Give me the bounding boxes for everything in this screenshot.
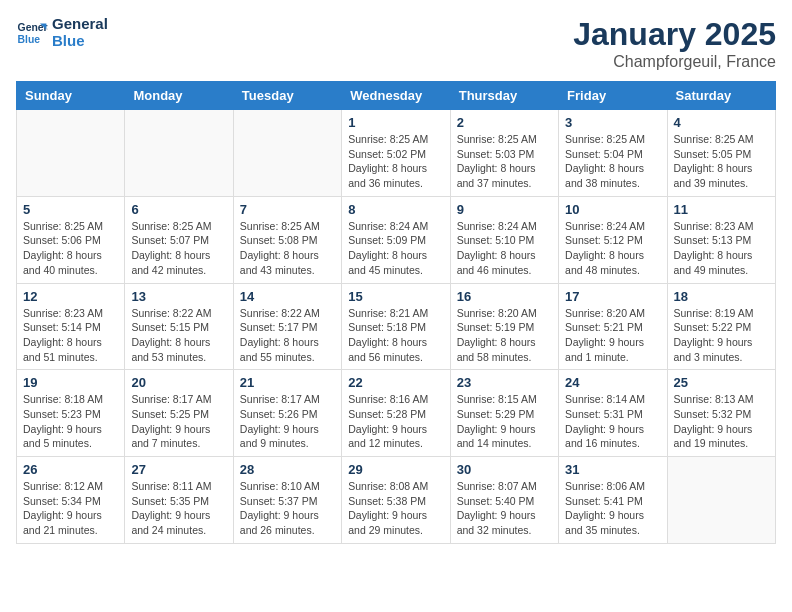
- day-cell-15: 15Sunrise: 8:21 AM Sunset: 5:18 PM Dayli…: [342, 283, 450, 370]
- day-info: Sunrise: 8:25 AM Sunset: 5:07 PM Dayligh…: [131, 219, 226, 278]
- day-cell-12: 12Sunrise: 8:23 AM Sunset: 5:14 PM Dayli…: [17, 283, 125, 370]
- day-info: Sunrise: 8:08 AM Sunset: 5:38 PM Dayligh…: [348, 479, 443, 538]
- day-cell-9: 9Sunrise: 8:24 AM Sunset: 5:10 PM Daylig…: [450, 196, 558, 283]
- day-number: 14: [240, 289, 335, 304]
- day-number: 17: [565, 289, 660, 304]
- page-header: General Blue General Blue January 2025 C…: [16, 16, 776, 71]
- day-number: 16: [457, 289, 552, 304]
- month-title: January 2025: [573, 16, 776, 53]
- day-info: Sunrise: 8:18 AM Sunset: 5:23 PM Dayligh…: [23, 392, 118, 451]
- day-cell-28: 28Sunrise: 8:10 AM Sunset: 5:37 PM Dayli…: [233, 457, 341, 544]
- day-cell-3: 3Sunrise: 8:25 AM Sunset: 5:04 PM Daylig…: [559, 110, 667, 197]
- day-number: 4: [674, 115, 769, 130]
- day-info: Sunrise: 8:24 AM Sunset: 5:10 PM Dayligh…: [457, 219, 552, 278]
- empty-cell: [125, 110, 233, 197]
- day-cell-25: 25Sunrise: 8:13 AM Sunset: 5:32 PM Dayli…: [667, 370, 775, 457]
- day-info: Sunrise: 8:20 AM Sunset: 5:19 PM Dayligh…: [457, 306, 552, 365]
- day-cell-7: 7Sunrise: 8:25 AM Sunset: 5:08 PM Daylig…: [233, 196, 341, 283]
- day-number: 1: [348, 115, 443, 130]
- day-number: 10: [565, 202, 660, 217]
- day-number: 30: [457, 462, 552, 477]
- day-cell-6: 6Sunrise: 8:25 AM Sunset: 5:07 PM Daylig…: [125, 196, 233, 283]
- day-cell-17: 17Sunrise: 8:20 AM Sunset: 5:21 PM Dayli…: [559, 283, 667, 370]
- week-row-5: 26Sunrise: 8:12 AM Sunset: 5:34 PM Dayli…: [17, 457, 776, 544]
- title-block: January 2025 Champforgeuil, France: [573, 16, 776, 71]
- day-cell-19: 19Sunrise: 8:18 AM Sunset: 5:23 PM Dayli…: [17, 370, 125, 457]
- weekday-header-wednesday: Wednesday: [342, 82, 450, 110]
- day-cell-21: 21Sunrise: 8:17 AM Sunset: 5:26 PM Dayli…: [233, 370, 341, 457]
- day-cell-18: 18Sunrise: 8:19 AM Sunset: 5:22 PM Dayli…: [667, 283, 775, 370]
- week-row-2: 5Sunrise: 8:25 AM Sunset: 5:06 PM Daylig…: [17, 196, 776, 283]
- logo: General Blue General Blue: [16, 16, 108, 49]
- day-cell-10: 10Sunrise: 8:24 AM Sunset: 5:12 PM Dayli…: [559, 196, 667, 283]
- day-info: Sunrise: 8:07 AM Sunset: 5:40 PM Dayligh…: [457, 479, 552, 538]
- day-info: Sunrise: 8:22 AM Sunset: 5:15 PM Dayligh…: [131, 306, 226, 365]
- weekday-header-saturday: Saturday: [667, 82, 775, 110]
- day-cell-13: 13Sunrise: 8:22 AM Sunset: 5:15 PM Dayli…: [125, 283, 233, 370]
- day-number: 24: [565, 375, 660, 390]
- day-info: Sunrise: 8:20 AM Sunset: 5:21 PM Dayligh…: [565, 306, 660, 365]
- day-number: 31: [565, 462, 660, 477]
- day-number: 19: [23, 375, 118, 390]
- empty-cell: [667, 457, 775, 544]
- day-info: Sunrise: 8:25 AM Sunset: 5:02 PM Dayligh…: [348, 132, 443, 191]
- day-number: 18: [674, 289, 769, 304]
- day-number: 6: [131, 202, 226, 217]
- day-info: Sunrise: 8:25 AM Sunset: 5:03 PM Dayligh…: [457, 132, 552, 191]
- logo-icon: General Blue: [16, 17, 48, 49]
- day-info: Sunrise: 8:23 AM Sunset: 5:13 PM Dayligh…: [674, 219, 769, 278]
- day-number: 28: [240, 462, 335, 477]
- day-number: 23: [457, 375, 552, 390]
- weekday-header-friday: Friday: [559, 82, 667, 110]
- day-number: 8: [348, 202, 443, 217]
- weekday-header-monday: Monday: [125, 82, 233, 110]
- day-info: Sunrise: 8:25 AM Sunset: 5:06 PM Dayligh…: [23, 219, 118, 278]
- day-info: Sunrise: 8:14 AM Sunset: 5:31 PM Dayligh…: [565, 392, 660, 451]
- day-info: Sunrise: 8:17 AM Sunset: 5:26 PM Dayligh…: [240, 392, 335, 451]
- day-cell-24: 24Sunrise: 8:14 AM Sunset: 5:31 PM Dayli…: [559, 370, 667, 457]
- day-cell-5: 5Sunrise: 8:25 AM Sunset: 5:06 PM Daylig…: [17, 196, 125, 283]
- calendar-table: SundayMondayTuesdayWednesdayThursdayFrid…: [16, 81, 776, 544]
- weekday-header-tuesday: Tuesday: [233, 82, 341, 110]
- day-number: 12: [23, 289, 118, 304]
- weekday-header-sunday: Sunday: [17, 82, 125, 110]
- day-info: Sunrise: 8:23 AM Sunset: 5:14 PM Dayligh…: [23, 306, 118, 365]
- day-number: 22: [348, 375, 443, 390]
- day-number: 25: [674, 375, 769, 390]
- empty-cell: [233, 110, 341, 197]
- day-info: Sunrise: 8:25 AM Sunset: 5:05 PM Dayligh…: [674, 132, 769, 191]
- day-cell-23: 23Sunrise: 8:15 AM Sunset: 5:29 PM Dayli…: [450, 370, 558, 457]
- day-cell-27: 27Sunrise: 8:11 AM Sunset: 5:35 PM Dayli…: [125, 457, 233, 544]
- day-number: 2: [457, 115, 552, 130]
- day-number: 11: [674, 202, 769, 217]
- location-title: Champforgeuil, France: [573, 53, 776, 71]
- day-number: 3: [565, 115, 660, 130]
- logo-text-blue: Blue: [52, 33, 108, 50]
- day-info: Sunrise: 8:13 AM Sunset: 5:32 PM Dayligh…: [674, 392, 769, 451]
- day-number: 29: [348, 462, 443, 477]
- day-cell-16: 16Sunrise: 8:20 AM Sunset: 5:19 PM Dayli…: [450, 283, 558, 370]
- day-info: Sunrise: 8:24 AM Sunset: 5:09 PM Dayligh…: [348, 219, 443, 278]
- day-number: 7: [240, 202, 335, 217]
- day-cell-11: 11Sunrise: 8:23 AM Sunset: 5:13 PM Dayli…: [667, 196, 775, 283]
- day-cell-20: 20Sunrise: 8:17 AM Sunset: 5:25 PM Dayli…: [125, 370, 233, 457]
- logo-text-general: General: [52, 16, 108, 33]
- day-cell-14: 14Sunrise: 8:22 AM Sunset: 5:17 PM Dayli…: [233, 283, 341, 370]
- day-info: Sunrise: 8:11 AM Sunset: 5:35 PM Dayligh…: [131, 479, 226, 538]
- day-cell-29: 29Sunrise: 8:08 AM Sunset: 5:38 PM Dayli…: [342, 457, 450, 544]
- day-number: 21: [240, 375, 335, 390]
- day-number: 9: [457, 202, 552, 217]
- day-info: Sunrise: 8:21 AM Sunset: 5:18 PM Dayligh…: [348, 306, 443, 365]
- day-number: 5: [23, 202, 118, 217]
- week-row-1: 1Sunrise: 8:25 AM Sunset: 5:02 PM Daylig…: [17, 110, 776, 197]
- weekday-header-thursday: Thursday: [450, 82, 558, 110]
- day-info: Sunrise: 8:15 AM Sunset: 5:29 PM Dayligh…: [457, 392, 552, 451]
- day-cell-22: 22Sunrise: 8:16 AM Sunset: 5:28 PM Dayli…: [342, 370, 450, 457]
- day-info: Sunrise: 8:06 AM Sunset: 5:41 PM Dayligh…: [565, 479, 660, 538]
- day-info: Sunrise: 8:12 AM Sunset: 5:34 PM Dayligh…: [23, 479, 118, 538]
- day-number: 13: [131, 289, 226, 304]
- day-cell-8: 8Sunrise: 8:24 AM Sunset: 5:09 PM Daylig…: [342, 196, 450, 283]
- day-info: Sunrise: 8:10 AM Sunset: 5:37 PM Dayligh…: [240, 479, 335, 538]
- day-info: Sunrise: 8:25 AM Sunset: 5:08 PM Dayligh…: [240, 219, 335, 278]
- empty-cell: [17, 110, 125, 197]
